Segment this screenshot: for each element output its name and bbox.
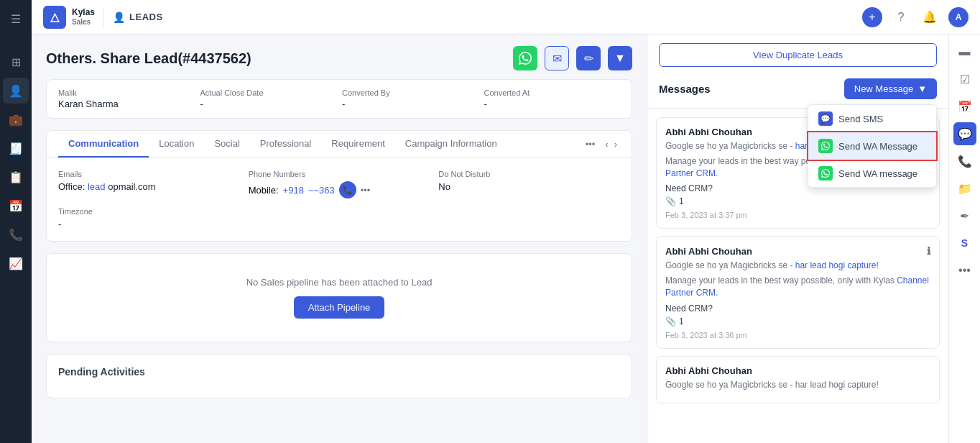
- tab-communication[interactable]: Communication: [58, 131, 149, 157]
- add-action-button[interactable]: +: [862, 7, 882, 27]
- wa-icon: [818, 139, 833, 153]
- sidebar-analytics-icon[interactable]: 📈: [3, 250, 29, 276]
- tab-professional[interactable]: Professional: [250, 131, 322, 157]
- converted-by-label: Converted By: [342, 88, 479, 97]
- tab-social[interactable]: Social: [204, 131, 249, 157]
- right-phone-icon[interactable]: 📞: [953, 150, 976, 173]
- new-message-button[interactable]: New Message ▼: [844, 78, 937, 99]
- help-button[interactable]: ?: [891, 7, 911, 27]
- message-preview-2: Google se ho ya Magicbricks se - har lea…: [665, 260, 930, 272]
- lead-panel: Others. Share Lead(#4437562) ✉ ✏ ▼ Malik…: [32, 35, 647, 443]
- messages-header: Messages New Message ▼ 💬 Send SMS: [647, 70, 948, 109]
- whatsapp-button[interactable]: [513, 46, 537, 70]
- tab-nav-left[interactable]: ‹: [602, 136, 611, 152]
- tab-campaign[interactable]: Campaign Information: [395, 131, 507, 157]
- sidebar-dashboard-icon[interactable]: ⊞: [3, 49, 29, 75]
- leads-person-icon: 👤: [113, 12, 125, 23]
- right-more-icon[interactable]: •••: [953, 259, 976, 282]
- pipeline-empty-text: No Sales pipeline has been attached to L…: [58, 277, 620, 288]
- tabs-container: Communication Location Social Profession…: [46, 130, 632, 242]
- right-chat-icon[interactable]: 💬: [953, 122, 976, 145]
- info-phones: Phone Numbers Mobile: +918 ~~363 📞 •••: [249, 170, 430, 198]
- pipeline-section: No Sales pipeline has been attached to L…: [46, 253, 632, 342]
- close-date-label: Actual Close Date: [200, 88, 337, 97]
- send-wa-label: Send WA Message: [838, 141, 917, 152]
- right-calendar-icon[interactable]: 📅: [953, 95, 976, 118]
- message-preview-3: Google se ho ya Magicbricks se - har lea…: [665, 379, 930, 391]
- meta-close-date: Actual Close Date -: [200, 88, 337, 109]
- tabs-header: Communication Location Social Profession…: [47, 131, 632, 158]
- message-need-2: Need CRM?: [665, 303, 930, 314]
- close-date-value: -: [200, 99, 337, 109]
- converted-at-value: -: [484, 99, 621, 109]
- info-dnd: Do Not Disturb No: [438, 170, 620, 198]
- sidebar-invoice-icon[interactable]: 🧾: [3, 135, 29, 161]
- pending-activities-title: Pending Activities: [58, 366, 620, 378]
- sidebar-phone2-icon[interactable]: 📞: [3, 221, 29, 247]
- more-dropdown-button[interactable]: ▼: [608, 46, 632, 70]
- messages-panel: View Duplicate Leads Messages New Messag…: [647, 35, 948, 443]
- lead-title: Others. Share Lead(#4437562): [46, 50, 506, 67]
- right-check-icon[interactable]: ☑: [953, 68, 976, 91]
- timezone-value: -: [58, 219, 240, 229]
- message-attachment-1: 📎 1: [665, 196, 930, 206]
- tab-nav-right[interactable]: ›: [611, 136, 620, 152]
- sender-name-1: Abhi Abhi Chouhan: [665, 127, 752, 137]
- user-avatar[interactable]: A: [948, 7, 969, 27]
- new-message-dropdown: 💬 Send SMS Send WA Message: [808, 104, 937, 188]
- email-button[interactable]: ✉: [545, 46, 569, 70]
- phone-label: Phone Numbers: [249, 170, 430, 178]
- top-nav: △ Kylas Sales 👤 LEADS + ? 🔔 A: [32, 0, 980, 35]
- nav-divider: [103, 7, 104, 27]
- lead-header: Others. Share Lead(#4437562) ✉ ✏ ▼: [46, 46, 632, 70]
- message-sender-3: Abhi Abhi Chouhan: [665, 365, 930, 376]
- leads-label: LEADS: [129, 12, 163, 22]
- tab-requirement[interactable]: Requirement: [321, 131, 394, 157]
- app-name-block: Kylas Sales: [72, 7, 95, 26]
- info-emails: Emails Office: lead opmail.com: [58, 170, 240, 198]
- edit-button[interactable]: ✏: [576, 46, 601, 70]
- sidebar-contacts-icon[interactable]: 👤: [3, 78, 29, 104]
- view-duplicate-button[interactable]: View Duplicate Leads: [659, 43, 937, 67]
- app-logo: △ Kylas Sales: [43, 6, 95, 29]
- converted-by-value: -: [342, 99, 479, 109]
- sidebar-reports-icon[interactable]: 📋: [3, 164, 29, 190]
- right-pen-icon[interactable]: ✒: [953, 204, 976, 227]
- email-type: Office:: [58, 181, 85, 192]
- crm-link-2[interactable]: Channel Partner CRM.: [665, 275, 929, 298]
- email-value: Office: lead opmail.com: [58, 181, 240, 192]
- attachment-icon-2: 📎: [665, 316, 676, 326]
- phone-more-icon[interactable]: •••: [361, 185, 371, 196]
- right-folder-icon[interactable]: 📁: [953, 177, 976, 200]
- attach-pipeline-button[interactable]: Attach Pipeline: [294, 296, 385, 319]
- logo-icon: △: [43, 6, 66, 29]
- email-link[interactable]: lead: [88, 181, 106, 192]
- phone-type: Mobile:: [249, 185, 279, 196]
- converted-at-label: Converted At: [484, 88, 621, 97]
- message-attachment-2: 📎 1: [665, 316, 930, 326]
- new-message-label: New Message: [854, 83, 913, 94]
- tab-location[interactable]: Location: [149, 131, 204, 157]
- tab-more-icon[interactable]: •••: [578, 132, 603, 157]
- sms-icon: 💬: [818, 111, 833, 126]
- send-wa2-option[interactable]: Send WA message: [808, 160, 936, 187]
- pending-activities-section: Pending Activities: [46, 354, 632, 398]
- sidebar-menu-icon[interactable]: ☰: [3, 6, 29, 32]
- wa2-icon: [818, 166, 833, 181]
- send-sms-option[interactable]: 💬 Send SMS: [808, 105, 936, 132]
- sidebar-calendar2-icon[interactable]: 📅: [3, 193, 29, 219]
- messages-title: Messages: [659, 83, 711, 95]
- call-button[interactable]: 📞: [339, 181, 356, 198]
- send-wa-option[interactable]: Send WA Message: [808, 132, 936, 160]
- right-s-icon[interactable]: S: [953, 232, 976, 255]
- app-subtitle: Sales: [72, 18, 95, 27]
- message-time-1: Feb 3, 2023 at 3:37 pm: [665, 211, 930, 219]
- dnd-label: Do Not Disturb: [438, 170, 620, 178]
- attachment-count-2: 1: [679, 316, 684, 326]
- info-timezone: Timezone -: [58, 207, 240, 229]
- sidebar-deals-icon[interactable]: 💼: [3, 106, 29, 132]
- notifications-button[interactable]: 🔔: [920, 7, 940, 27]
- lead-meta: Malik Karan Sharma Actual Close Date - C…: [46, 79, 632, 119]
- right-panel-icon[interactable]: ▬: [953, 40, 976, 63]
- attachment-count-1: 1: [679, 196, 684, 206]
